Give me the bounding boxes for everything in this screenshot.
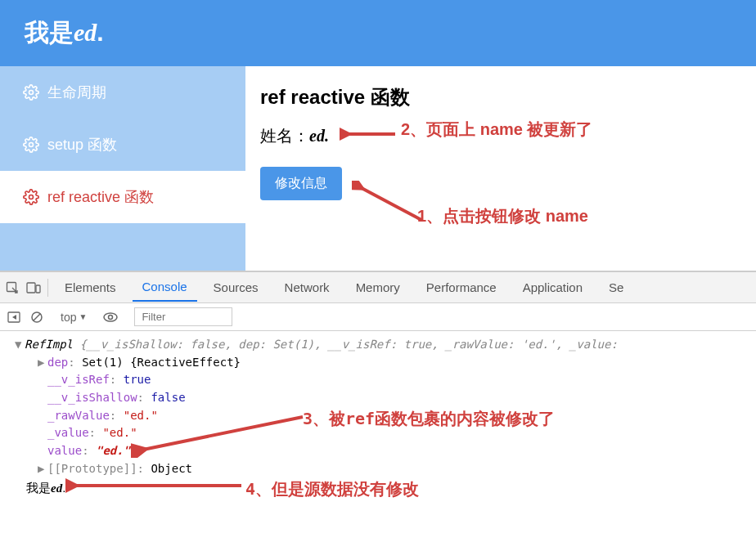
svg-point-2 xyxy=(29,195,34,199)
devtools-tabbar: Elements Console Sources Network Memory … xyxy=(0,272,756,303)
filter-input[interactable] xyxy=(134,307,232,326)
tab-sources[interactable]: Sources xyxy=(204,274,268,301)
sidebar: 生命周期 setup 函数 ref reactive 函数 xyxy=(0,66,245,271)
update-info-button[interactable]: 修改信息 xyxy=(260,167,342,200)
console-line-isref: __v_isRef: true xyxy=(15,371,753,389)
separator xyxy=(47,279,48,297)
annotation-2: 2、页面上 name 被更新了 xyxy=(401,119,592,141)
sidebar-item-setup[interactable]: setup 函数 xyxy=(0,119,245,171)
svg-line-10 xyxy=(34,314,40,320)
gear-icon xyxy=(23,137,39,153)
annotation-1: 1、点击按钮修改 name xyxy=(417,205,588,227)
tab-application[interactable]: Application xyxy=(513,274,592,301)
page-title: ref reactive 函数 xyxy=(260,84,741,110)
chevron-down-icon: ▼ xyxy=(79,312,87,321)
prop-val: false xyxy=(151,391,185,404)
context-label: top xyxy=(61,311,76,324)
console-line-value: value: "ed." xyxy=(15,442,753,460)
header-name: ed xyxy=(74,19,97,46)
disclosure-closed-icon[interactable]: ▶ xyxy=(38,354,47,372)
main-panel: ref reactive 函数 姓名：ed. 修改信息 2、页面上 name 被… xyxy=(245,66,756,271)
console-line-isshallow: __v_isShallow: false xyxy=(15,389,753,407)
arrow-icon xyxy=(352,181,425,226)
sidebar-item-label: 生命周期 xyxy=(47,83,106,102)
prop-key: value xyxy=(47,444,82,457)
prop-key: _value xyxy=(47,426,89,439)
object-summary: {__v_isShallow: false, dep: Set(1), __v_… xyxy=(79,338,617,351)
console-line-dep[interactable]: ▶dep: Set(1) {ReactiveEffect} xyxy=(15,354,753,372)
prop-key: __v_isShallow xyxy=(47,391,137,404)
prop-key: __v_isRef xyxy=(47,373,110,386)
annotation-4: 4、但是源数据没有修改 xyxy=(245,477,419,502)
prop-key: _rawValue xyxy=(47,409,110,422)
prop-val: "ed." xyxy=(124,409,158,422)
prop-val: true xyxy=(124,373,151,386)
header-prefix: 我是 xyxy=(25,19,74,46)
svg-line-4 xyxy=(360,187,421,220)
prop-val: Object xyxy=(151,462,192,475)
plain-name: ed xyxy=(51,482,62,495)
svg-point-1 xyxy=(29,143,34,147)
sidebar-item-label: ref reactive 函数 xyxy=(47,187,154,207)
annotation-3: 3、被ref函数包裹的内容被修改了 xyxy=(303,406,555,432)
context-selector[interactable]: top ▼ xyxy=(61,311,87,324)
prop-key: dep xyxy=(47,356,68,369)
tab-memory[interactable]: Memory xyxy=(346,274,410,301)
console-line-summary[interactable]: ▼RefImpl {__v_isShallow: false, dep: Set… xyxy=(15,336,753,354)
sidebar-item-label: setup 函数 xyxy=(47,135,117,155)
sidebar-item-lifecycle[interactable]: 生命周期 xyxy=(0,66,245,119)
app-body: 生命周期 setup 函数 ref reactive 函数 ref reacti… xyxy=(0,66,756,271)
tab-console[interactable]: Console xyxy=(133,273,197,302)
plain-suffix: . xyxy=(62,481,65,495)
live-expression-icon[interactable] xyxy=(103,310,118,325)
svg-point-11 xyxy=(104,313,117,321)
toggle-sidebar-icon[interactable] xyxy=(7,310,21,325)
prop-val: Set(1) {ReactiveEffect} xyxy=(82,356,241,369)
app-header: 我是ed. xyxy=(0,0,756,66)
inspect-icon[interactable] xyxy=(5,280,20,295)
prop-val: "ed." xyxy=(96,444,130,457)
prop-val: "ed." xyxy=(102,426,137,439)
console-output: ▼RefImpl {__v_isShallow: false, dep: Set… xyxy=(0,331,756,501)
prop-key: [[Prototype]] xyxy=(47,462,137,475)
console-line-proto[interactable]: ▶[[Prototype]]: Object xyxy=(15,460,753,478)
name-label: 姓名： xyxy=(260,127,309,145)
gear-icon xyxy=(23,189,39,205)
object-class: RefImpl xyxy=(25,338,79,351)
clear-console-icon[interactable] xyxy=(29,310,44,325)
tab-elements[interactable]: Elements xyxy=(55,274,126,301)
console-toolbar: top ▼ xyxy=(0,303,756,331)
tab-overflow[interactable]: Se xyxy=(599,274,633,301)
disclosure-open-icon[interactable]: ▼ xyxy=(15,336,25,354)
svg-point-12 xyxy=(109,315,113,319)
tab-network[interactable]: Network xyxy=(275,274,340,301)
sidebar-item-ref-reactive[interactable]: ref reactive 函数 xyxy=(0,171,245,223)
svg-point-0 xyxy=(29,91,34,95)
name-value: ed. xyxy=(309,127,329,145)
gear-icon xyxy=(23,84,39,101)
disclosure-closed-icon[interactable]: ▶ xyxy=(38,460,47,478)
plain-prefix: 我是 xyxy=(26,481,51,495)
svg-rect-6 xyxy=(27,283,35,293)
tab-performance[interactable]: Performance xyxy=(416,274,506,301)
svg-rect-7 xyxy=(36,285,40,293)
device-toggle-icon[interactable] xyxy=(26,280,41,295)
header-suffix: . xyxy=(97,19,103,46)
